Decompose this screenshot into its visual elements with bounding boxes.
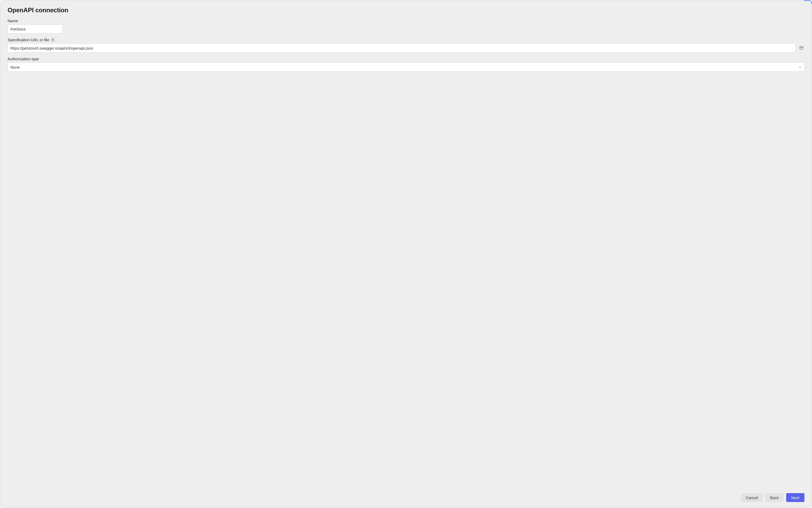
openapi-connection-panel: OpenAPI connection Name Specification UR… (0, 0, 812, 508)
name-input[interactable] (8, 25, 63, 33)
page-title: OpenAPI connection (8, 6, 804, 14)
next-button[interactable]: Next (786, 493, 804, 502)
footer-buttons: Cancel Back Next (741, 493, 804, 502)
svg-point-1 (53, 40, 53, 41)
name-field: Name (8, 18, 804, 33)
spec-field: Specification URL or file (8, 38, 804, 52)
auth-type-selected-value: None (10, 65, 20, 70)
spec-url-input[interactable] (8, 44, 796, 52)
spec-label: Specification URL or file (8, 38, 49, 42)
browse-file-button[interactable] (799, 45, 804, 51)
help-icon[interactable] (51, 38, 55, 42)
folder-open-icon (799, 46, 804, 50)
back-button[interactable]: Back (765, 493, 783, 502)
auth-type-label: Authorization type (8, 57, 39, 61)
auth-type-select[interactable]: None (8, 62, 804, 72)
auth-type-field: Authorization type None (8, 57, 804, 72)
name-label: Name (8, 18, 18, 23)
cancel-button[interactable]: Cancel (741, 493, 763, 502)
